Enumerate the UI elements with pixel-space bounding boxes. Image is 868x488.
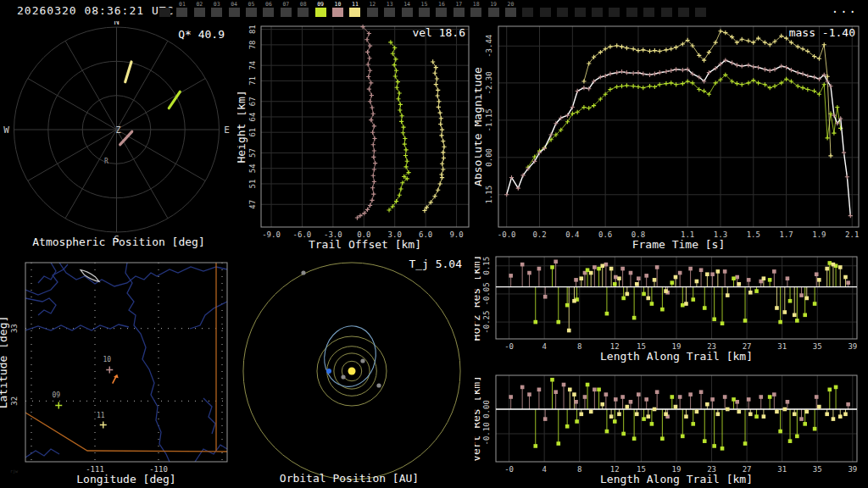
svg-text:Horz Res [km]: Horz Res [km] <box>475 255 482 341</box>
atmospheric-position-panel: NSEWZRQ* 40.9Atmospheric Position [deg] <box>0 21 237 254</box>
frame-label: 11 <box>349 1 360 8</box>
frame-swatch <box>194 8 205 17</box>
svg-text:0.4: 0.4 <box>565 230 579 239</box>
svg-text:Length Along Trail [km]: Length Along Trail [km] <box>600 350 753 363</box>
svg-text:W: W <box>3 125 9 136</box>
frame-swatch <box>488 8 499 17</box>
timestamp: 20260320 08:36:21 UTC <box>17 4 174 17</box>
svg-text:-0.0: -0.0 <box>498 230 516 239</box>
frame-swatch <box>575 8 586 17</box>
frame-swatch <box>176 8 187 17</box>
svg-text:4: 4 <box>542 465 546 474</box>
frame-label: 18 <box>470 1 481 8</box>
frame-label: 17 <box>453 1 465 8</box>
meteor-analysis-app: 20260320 08:36:21 UTC 010203040506070809… <box>0 0 868 488</box>
svg-text:-9.0: -9.0 <box>262 230 281 239</box>
orbital-position-panel: T_j 5.04Orbital Position [AU] <box>237 254 475 488</box>
svg-text:64: 64 <box>248 113 257 122</box>
svg-text:39: 39 <box>848 342 857 351</box>
svg-text:Length Along Trail [km]: Length Along Trail [km] <box>600 473 753 485</box>
svg-text:Vert Res [km]: Vert Res [km] <box>475 375 482 462</box>
svg-text:10: 10 <box>103 356 111 363</box>
svg-text:9.0: 9.0 <box>449 230 463 239</box>
svg-text:Longitude [deg]: Longitude [deg] <box>76 473 175 485</box>
frame-swatch <box>229 8 240 17</box>
svg-text:33: 33 <box>10 324 19 333</box>
svg-text:35: 35 <box>813 465 822 474</box>
svg-text:31: 31 <box>777 465 787 474</box>
svg-text:4: 4 <box>542 342 546 351</box>
frame-swatch <box>367 8 378 17</box>
svg-text:57: 57 <box>248 148 257 158</box>
frame-label: 06 <box>263 1 274 8</box>
frame-swatch <box>626 8 637 17</box>
svg-text:-0.05: -0.05 <box>482 282 491 305</box>
frame-label: 12 <box>367 1 378 8</box>
svg-text:-0.25: -0.25 <box>482 311 491 334</box>
svg-text:Atmospheric Position [deg]: Atmospheric Position [deg] <box>32 236 205 248</box>
frame-swatch <box>419 8 430 17</box>
svg-text:8: 8 <box>577 465 581 474</box>
frame-swatch <box>609 8 620 17</box>
trail-offset-panel: -9.0-6.0-3.00.03.06.09.04751545761646771… <box>237 21 475 254</box>
svg-text:71: 71 <box>248 76 257 86</box>
top-bar: 20260320 08:36:21 UTC 010203040506070809… <box>0 0 868 21</box>
svg-text:Q* 40.9: Q* 40.9 <box>178 28 225 41</box>
svg-text:54: 54 <box>248 164 257 173</box>
residuals-panel: -04812151923273135390.15-0.05-0.25Length… <box>475 254 868 488</box>
frame-swatch <box>453 8 465 17</box>
svg-text:1.9: 1.9 <box>812 230 826 239</box>
svg-text:11: 11 <box>97 412 105 419</box>
svg-text:31: 31 <box>777 342 787 351</box>
ground-map-panel: 091011-111-1103332Longitude [deg]Latitud… <box>0 254 237 488</box>
svg-text:0.2: 0.2 <box>532 230 546 239</box>
light-curve-panel: -0.00.20.40.60.81.11.31.51.71.92.1-3.44-… <box>475 21 868 254</box>
frame-swatch <box>281 8 292 17</box>
svg-text:vel 18.6: vel 18.6 <box>412 26 465 39</box>
frame-swatch <box>246 8 257 17</box>
svg-text:0.00: 0.00 <box>482 400 491 419</box>
frame-swatch <box>298 8 309 17</box>
overflow-menu-icon[interactable]: ... <box>832 2 858 15</box>
svg-text:78: 78 <box>248 40 257 49</box>
svg-text:Frame Time [s]: Frame Time [s] <box>632 238 726 251</box>
frame-label: 03 <box>211 1 222 8</box>
frame-swatch <box>159 8 170 17</box>
svg-text:R: R <box>104 158 108 165</box>
frame-swatch <box>592 8 603 17</box>
svg-text:0.00: 0.00 <box>485 148 493 167</box>
frame-label: 01 <box>176 1 187 8</box>
svg-text:Height [km]: Height [km] <box>237 90 248 163</box>
frame-swatch <box>384 8 395 17</box>
frame-label: 07 <box>281 1 292 8</box>
svg-text:81: 81 <box>248 25 257 34</box>
svg-text:Z: Z <box>115 125 120 135</box>
frame-label: 14 <box>402 1 413 8</box>
svg-text:-1.15: -1.15 <box>485 108 493 131</box>
frame-swatch <box>315 8 326 17</box>
svg-text:1.15: 1.15 <box>485 186 493 204</box>
svg-text:1.7: 1.7 <box>779 230 793 239</box>
frame-swatch <box>470 8 481 17</box>
frame-label: 02 <box>194 1 205 8</box>
svg-text:0.15: 0.15 <box>482 257 491 275</box>
frame-swatch <box>402 8 413 17</box>
svg-text:-2.30: -2.30 <box>485 71 493 94</box>
frame-swatch <box>678 8 689 17</box>
svg-text:32: 32 <box>10 396 19 406</box>
frame-label: 20 <box>505 1 516 8</box>
svg-text:-0.10: -0.10 <box>482 422 491 445</box>
frame-label: 10 <box>332 1 343 8</box>
svg-text:74: 74 <box>248 61 257 70</box>
svg-text:47: 47 <box>248 200 257 209</box>
svg-text:8: 8 <box>577 342 581 351</box>
svg-text:E: E <box>224 125 230 136</box>
frame-label: 08 <box>298 1 309 8</box>
svg-text:rjw: rjw <box>10 469 19 474</box>
frame-swatch <box>211 8 222 17</box>
frame-swatch <box>436 8 447 17</box>
svg-text:0.6: 0.6 <box>598 230 612 239</box>
frame-swatch <box>540 8 551 17</box>
svg-text:Latitude [deg]: Latitude [deg] <box>0 316 9 409</box>
svg-text:1.5: 1.5 <box>747 230 760 239</box>
